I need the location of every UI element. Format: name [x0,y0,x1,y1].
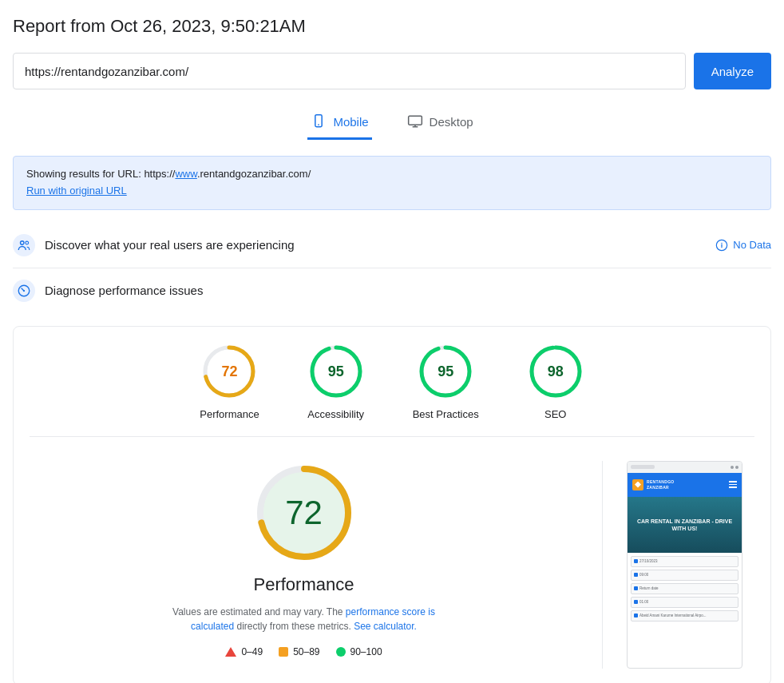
preview-form: 27/10/2023 09:00 Return date 01:00 [628,553,742,625]
tab-desktop-label: Desktop [430,115,473,129]
tab-mobile-label: Mobile [333,115,368,129]
preview-form-icon-3 [634,586,638,590]
legend-orange-label: 50–89 [293,646,319,657]
preview-form-row-5: Abeid Amani Karume International Airpo..… [631,610,738,621]
preview-form-text-5: Abeid Amani Karume International Airpo..… [639,614,707,618]
svg-point-1 [319,124,320,125]
preview-logo-area: RENTANDGO ZANZIBAR [628,473,742,497]
preview-dot1 [731,466,734,469]
svg-point-9 [23,289,25,291]
seo-score-value: 98 [548,363,564,379]
legend-red-label: 0–49 [241,646,263,657]
preview-form-text-1: 27/10/2023 [639,559,658,563]
preview-form-row-1: 27/10/2023 [631,556,738,567]
preview-logo-text: RENTANDGO ZANZIBAR [647,479,675,490]
discover-icon [13,234,35,256]
best-practices-score-value: 95 [438,363,453,379]
page-title: Report from Oct 26, 2023, 9:50:21AM [13,16,771,37]
diagnose-left: Diagnose performance issues [13,280,203,302]
url-bar: Analyze [13,53,771,89]
big-score-number: 72 [285,494,323,532]
big-score-wrap: 72 [252,461,356,565]
scores-row: 72 Performance 95 Accessibility [30,343,754,437]
svg-point-4 [26,241,29,244]
score-accessibility[interactable]: 95 Accessibility [307,343,365,420]
detail-right: RENTANDGO ZANZIBAR CAR RENTAL IN ZANZIBA… [627,461,754,669]
performance-score-value: 72 [221,363,237,379]
preview-form-icon-2 [634,573,638,577]
analyze-button[interactable]: Analyze [694,53,771,89]
preview-hero-text: CAR RENTAL IN ZANZIBAR - DRIVE WITH US! [631,518,738,532]
ham2 [729,484,737,486]
preview-tab [631,465,655,469]
diagnose-icon [13,280,35,302]
diagnose-header: Diagnose performance issues [13,268,771,313]
preview-form-icon-1 [634,559,638,563]
accessibility-score-label: Accessibility [307,408,364,420]
preview-topbar [628,462,742,473]
performance-circle-wrap: 72 [200,343,258,400]
url-input[interactable] [13,53,686,89]
banner-text: Showing results for URL: https://www.ren… [26,168,311,180]
best-practices-score-label: Best Practices [413,408,479,420]
score-seo[interactable]: 98 SEO [527,343,584,420]
preview-form-icon-4 [634,600,638,604]
preview-dot2 [735,466,738,469]
preview-form-row-3: Return date [631,583,738,594]
preview-form-row-2: 09:00 [631,570,738,581]
legend-red: 0–49 [225,646,263,657]
run-original-url-link[interactable]: Run with original URL [26,185,127,197]
no-data-badge[interactable]: No Data [715,239,771,252]
www-link[interactable]: www [175,168,196,180]
detail-section: 72 Performance Values are estimated and … [30,453,754,669]
score-note: Values are estimated and may vary. The p… [160,605,448,633]
legend-green: 90–100 [336,646,382,657]
best-practices-circle-wrap: 95 [417,343,474,400]
ham1 [729,481,737,482]
site-preview: RENTANDGO ZANZIBAR CAR RENTAL IN ZANZIBA… [627,461,742,669]
preview-logo-icon [632,479,643,490]
legend-green-icon [336,647,346,657]
legend-red-icon [225,647,236,657]
desktop-icon [407,113,423,129]
discover-section: Discover what your real users are experi… [13,223,771,268]
preview-form-text-2: 09:00 [639,573,648,577]
gauge-icon [17,284,31,298]
discover-left: Discover what your real users are experi… [13,234,295,256]
tab-mobile[interactable]: Mobile [307,105,371,140]
preview-form-text-4: 01:00 [639,600,648,604]
info-icon [715,239,728,252]
detail-left: 72 Performance Values are estimated and … [30,461,578,669]
legend-green-label: 90–100 [350,646,382,657]
tab-desktop[interactable]: Desktop [404,105,477,140]
ham3 [729,486,737,488]
discover-title: Discover what your real users are experi… [45,238,295,252]
accessibility-circle-wrap: 95 [307,343,365,400]
score-best-practices[interactable]: 95 Best Practices [413,343,479,420]
big-score-title: Performance [254,574,354,595]
users-icon [17,238,31,252]
svg-point-3 [21,240,25,244]
performance-score-label: Performance [200,408,259,420]
preview-controls [731,466,738,469]
preview-form-icon-5 [634,614,638,617]
info-banner: Showing results for URL: https://www.ren… [13,156,771,210]
score-performance[interactable]: 72 Performance [200,343,259,420]
preview-logo-shape [635,482,641,488]
seo-score-label: SEO [544,408,566,420]
device-tabs: Mobile Desktop [13,105,771,140]
legend-orange-icon [279,647,288,657]
detail-divider [602,461,603,669]
legend: 0–49 50–89 90–100 [225,646,382,657]
no-data-label: No Data [733,239,771,251]
diagnose-box: 72 Performance 95 Accessibility [13,326,771,683]
preview-hero: CAR RENTAL IN ZANZIBAR - DRIVE WITH US! [628,497,742,553]
diagnose-title: Diagnose performance issues [45,284,203,297]
mobile-icon [311,113,327,129]
calculator-link[interactable]: See calculator. [354,621,417,632]
legend-orange: 50–89 [279,646,319,657]
preview-form-text-3: Return date [639,586,659,590]
preview-hamburger [729,481,737,488]
accessibility-score-value: 95 [328,363,344,379]
preview-form-row-4: 01:00 [631,597,738,608]
